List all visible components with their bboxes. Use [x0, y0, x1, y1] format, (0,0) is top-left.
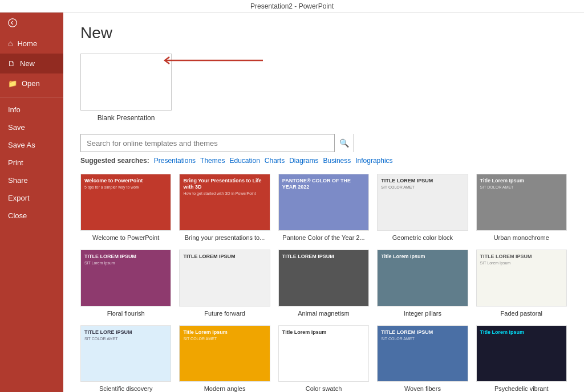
template-title-pantone: PANTONE® COLOR OF THE YEAR 2022: [282, 178, 365, 190]
template-inner-floral: TITLE LOREM IPSUM SIT Lorem Ipsum: [81, 250, 171, 306]
template-label-geometric: Geometric color block: [377, 234, 468, 242]
suggested-link-business[interactable]: Business: [323, 157, 351, 165]
template-label-3d: Bring your presentations to...: [179, 234, 270, 242]
template-inner-woven: TITLE LOREM IPSUM SIT COLOR AMET: [378, 326, 467, 382]
template-card-urban[interactable]: Title Lorem Ipsum SIT DOLOR AMET Urban m…: [476, 174, 567, 242]
template-card-geometric[interactable]: TITLE LOREM IPSUM SIT COLOR AMET Geometr…: [377, 174, 468, 242]
template-inner-science: TITLE LORE IPSUM SIT COLOR AMET: [81, 326, 171, 382]
template-thumb-future: TITLE LOREM IPSUM: [179, 250, 270, 307]
template-thumb-science: TITLE LORE IPSUM SIT COLOR AMET: [80, 325, 171, 382]
sidebar-item-save[interactable]: Save: [0, 119, 63, 136]
back-button[interactable]: [0, 13, 63, 33]
search-icon: 🔍: [339, 138, 349, 148]
sidebar-home-label: Home: [17, 39, 37, 48]
template-card-pantone[interactable]: PANTONE® COLOR OF THE YEAR 2022 Pantone …: [278, 174, 369, 242]
template-subtitle-faded: SIT Lorem Ipsum: [480, 261, 511, 265]
template-inner-modern: Title Lorem Ipsum SIT COLOR AMET: [180, 326, 269, 382]
template-card-woven[interactable]: TITLE LOREM IPSUM SIT COLOR AMET Woven f…: [377, 325, 468, 392]
search-input[interactable]: [81, 139, 334, 148]
sidebar-item-close[interactable]: Close: [0, 207, 63, 224]
template-thumb-floral: TITLE LOREM IPSUM SIT Lorem Ipsum: [80, 250, 171, 307]
template-card-integer[interactable]: Title Lorem Ipsum Integer pillars: [377, 250, 468, 317]
sidebar-item-new[interactable]: 🗋 New: [0, 54, 63, 74]
suggested-link-education[interactable]: Education: [229, 157, 259, 165]
sidebar-item-info[interactable]: Info: [0, 101, 63, 119]
template-label-future: Future forward: [179, 309, 270, 317]
app-body: ⌂ Home 🗋 New 📁 Open Info Save Save As Pr…: [0, 13, 584, 392]
template-card-modern[interactable]: Title Lorem Ipsum SIT COLOR AMET Modern …: [179, 325, 270, 392]
document-icon: 🗋: [8, 59, 15, 68]
template-card-faded[interactable]: TITLE LOREM IPSUM SIT Lorem Ipsum Faded …: [476, 250, 567, 317]
template-label-urban: Urban monochrome: [476, 234, 567, 242]
template-label-pantone: Pantone Color of the Year 2...: [278, 234, 369, 242]
template-title-modern: Title Lorem Ipsum: [183, 329, 227, 336]
template-card-floral[interactable]: TITLE LOREM IPSUM SIT Lorem Ipsum Floral…: [80, 250, 171, 317]
template-card-3d[interactable]: Bring Your Presentations to Life with 3D…: [179, 174, 270, 242]
template-grid: Welcome to PowerPoint 5 tips for a simpl…: [80, 174, 567, 392]
template-title-future: TITLE LOREM IPSUM: [183, 254, 235, 260]
svg-point-0: [9, 19, 17, 27]
suggested-link-themes[interactable]: Themes: [200, 157, 225, 165]
template-title-welcome: Welcome to PowerPoint: [84, 178, 143, 184]
template-thumb-swatch: Title Lorem Ipsum: [278, 325, 369, 382]
template-card-welcome[interactable]: Welcome to PowerPoint 5 tips for a simpl…: [80, 174, 171, 242]
template-inner-pantone: PANTONE® COLOR OF THE YEAR 2022: [279, 174, 368, 230]
sidebar-item-print[interactable]: Print: [0, 154, 63, 172]
template-label-floral: Floral flourish: [80, 309, 171, 317]
template-inner-future: TITLE LOREM IPSUM: [180, 250, 269, 306]
template-title-psychedelic: Title Lorem Ipsum: [480, 329, 524, 336]
template-thumb-woven: TITLE LOREM IPSUM SIT COLOR AMET: [377, 325, 468, 382]
template-label-welcome: Welcome to PowerPoint: [80, 234, 171, 242]
sidebar-open-label: Open: [22, 79, 40, 88]
suggested-link-diagrams[interactable]: Diagrams: [289, 157, 318, 165]
blank-presentation-card[interactable]: Blank Presentation: [80, 54, 172, 122]
sidebar-item-share[interactable]: Share: [0, 172, 63, 189]
template-title-animal: TITLE LOREM IPSUM: [282, 254, 334, 260]
template-inner-swatch: Title Lorem Ipsum: [279, 326, 368, 382]
template-thumb-modern: Title Lorem Ipsum SIT COLOR AMET: [179, 325, 270, 382]
template-inner-faded: TITLE LOREM IPSUM SIT Lorem Ipsum: [477, 250, 566, 306]
template-inner-psychedelic: Title Lorem Ipsum: [477, 326, 566, 382]
template-label-modern: Modern angles: [179, 385, 270, 392]
template-thumb-animal: TITLE LOREM IPSUM: [278, 250, 369, 307]
template-card-psychedelic[interactable]: Title Lorem Ipsum Psychedelic vibrant: [476, 325, 567, 392]
sidebar-item-open[interactable]: 📁 Open: [0, 74, 63, 93]
suggested-link-infographics[interactable]: Infographics: [355, 157, 392, 165]
template-thumb-urban: Title Lorem Ipsum SIT DOLOR AMET: [476, 174, 567, 231]
suggested-link-presentations[interactable]: Presentations: [154, 157, 196, 165]
blank-presentation-label: Blank Presentation: [80, 114, 172, 122]
template-thumb-geometric: TITLE LOREM IPSUM SIT COLOR AMET: [377, 174, 468, 231]
template-thumb-3d: Bring Your Presentations to Life with 3D…: [179, 174, 270, 231]
sidebar-item-home[interactable]: ⌂ Home: [0, 33, 63, 54]
template-card-animal[interactable]: TITLE LOREM IPSUM Animal magnetism: [278, 250, 369, 317]
template-subtitle-3d: How to get started with 3D in PowerPoint: [183, 191, 256, 195]
template-card-future[interactable]: TITLE LOREM IPSUM Future forward: [179, 250, 270, 317]
template-subtitle-urban: SIT DOLOR AMET: [480, 185, 514, 189]
main-content: New Blank Presentation 🔍: [63, 13, 584, 392]
sidebar-new-label: New: [20, 59, 35, 68]
search-button[interactable]: 🔍: [334, 134, 354, 152]
template-title-urban: Title Lorem Ipsum: [480, 178, 524, 184]
template-title-science: TITLE LORE IPSUM: [84, 329, 132, 336]
template-inner-urban: Title Lorem Ipsum SIT DOLOR AMET: [477, 174, 566, 230]
sidebar-item-export[interactable]: Export: [0, 189, 63, 207]
sidebar-divider: [0, 97, 63, 97]
suggested-link-charts[interactable]: Charts: [265, 157, 285, 165]
blank-presentation-thumb: [80, 54, 172, 111]
template-card-science[interactable]: TITLE LORE IPSUM SIT COLOR AMET Scientif…: [80, 325, 171, 392]
template-label-faded: Faded pastoral: [476, 309, 567, 317]
template-inner-geometric: TITLE LOREM IPSUM SIT COLOR AMET: [378, 174, 467, 230]
template-inner-animal: TITLE LOREM IPSUM: [279, 250, 368, 306]
template-inner-3d: Bring Your Presentations to Life with 3D…: [180, 174, 269, 230]
template-subtitle-welcome: 5 tips for a simpler way to work: [84, 185, 139, 189]
template-inner-integer: Title Lorem Ipsum: [378, 250, 467, 306]
template-label-psychedelic: Psychedelic vibrant: [476, 385, 567, 392]
template-label-animal: Animal magnetism: [278, 309, 369, 317]
template-card-swatch[interactable]: Title Lorem Ipsum Color swatch: [278, 325, 369, 392]
sidebar-item-saveas[interactable]: Save As: [0, 136, 63, 154]
template-title-integer: Title Lorem Ipsum: [381, 254, 425, 260]
suggested-label: Suggested searches:: [80, 157, 149, 165]
template-thumb-pantone: PANTONE® COLOR OF THE YEAR 2022: [278, 174, 369, 231]
template-subtitle-woven: SIT COLOR AMET: [381, 337, 415, 341]
page-title: New: [80, 24, 567, 42]
